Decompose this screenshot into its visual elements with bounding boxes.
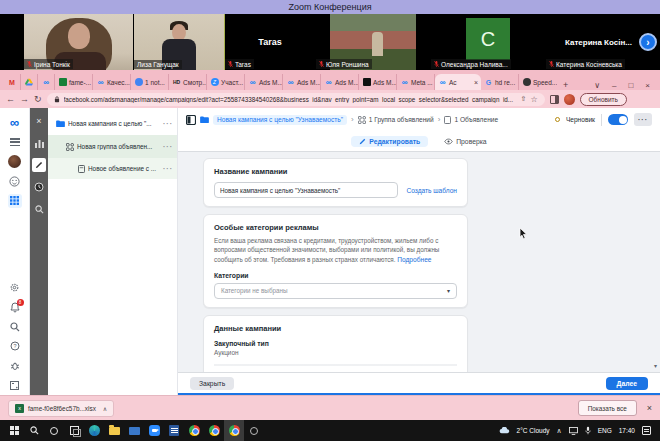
zoom-titlebar[interactable]: Zoom Конференция: [0, 0, 660, 14]
browser-tab-active[interactable]: ∞Ac×: [435, 74, 481, 90]
mic-icon[interactable]: [585, 426, 591, 435]
row-menu-icon[interactable]: ···: [163, 143, 173, 150]
browser-tab[interactable]: Ghd re...: [481, 74, 519, 90]
side-panel-icon[interactable]: [550, 95, 559, 104]
tree-item-campaign[interactable]: Новая кампания с целью "... ···: [48, 112, 177, 135]
file-explorer-icon[interactable]: [104, 420, 124, 441]
learn-more-link[interactable]: Подробнее: [397, 256, 431, 263]
zoom-search-icon[interactable]: [32, 202, 46, 216]
start-icon[interactable]: [4, 420, 24, 441]
new-tab-button[interactable]: +: [557, 80, 574, 90]
clock[interactable]: 17:40: [619, 427, 635, 434]
settings-gear-icon[interactable]: [4, 278, 26, 297]
participant-tile[interactable]: Taras Taras: [225, 14, 316, 70]
participant-tile[interactable]: Лиза Ганущак: [134, 14, 225, 70]
bookmark-star-icon[interactable]: ☆: [530, 95, 537, 104]
browser-tab[interactable]: 1 not...: [131, 74, 169, 90]
browser-tab-pinned[interactable]: ∞: [38, 74, 55, 90]
reload-icon[interactable]: ↻: [34, 94, 42, 104]
breadcrumb-campaign[interactable]: Новая кампания с целью "Узнаваемость": [213, 115, 347, 125]
row-menu-icon[interactable]: ···: [163, 120, 173, 127]
refresh-extension-button[interactable]: Обновить: [580, 93, 627, 106]
language-indicator[interactable]: ENG: [598, 427, 612, 434]
zoom-app-icon[interactable]: [144, 420, 164, 441]
blue-folder-icon[interactable]: [124, 420, 144, 441]
participant-tile[interactable]: Ірина Тонкік: [24, 14, 134, 70]
tree-item-adset[interactable]: Новая группа объявлен... ···: [48, 135, 177, 158]
browser-tab-pinned[interactable]: [21, 74, 38, 90]
browser-tab[interactable]: fame-...: [55, 74, 93, 90]
tray-chevron-icon[interactable]: ∧: [557, 427, 562, 435]
participant-tile[interactable]: C Олександра Налива...: [431, 14, 546, 70]
word-icon[interactable]: [164, 420, 184, 441]
charts-icon[interactable]: [32, 136, 46, 150]
forward-icon[interactable]: →: [20, 94, 29, 104]
gallery-next-button[interactable]: ›: [639, 33, 657, 51]
widgets-panel-icon[interactable]: [4, 376, 26, 395]
tab-review[interactable]: Проверка: [444, 138, 486, 145]
more-menu-button[interactable]: ···: [634, 113, 652, 126]
participant-tile[interactable]: Катерина Косін... Катерина Косіневська: [546, 14, 652, 70]
participant-tile[interactable]: Юля Роншина: [316, 14, 431, 70]
browser-tab[interactable]: ZУчаст...: [207, 74, 245, 90]
notification-center-icon[interactable]: [642, 426, 651, 435]
tab-search-icon[interactable]: ∨: [594, 81, 600, 90]
account-avatar[interactable]: [4, 152, 26, 171]
tab-edit[interactable]: Редактировать: [351, 136, 428, 147]
row-menu-icon[interactable]: ···: [163, 165, 173, 172]
chevron-up-icon[interactable]: ∧: [103, 405, 107, 412]
breadcrumb-ad[interactable]: 1 Объявление: [444, 116, 498, 124]
close-editor-icon[interactable]: ×: [32, 114, 46, 128]
notifications-bell-icon[interactable]: 8: [4, 298, 26, 317]
browser-tab[interactable]: Speed...: [519, 74, 557, 90]
profile-avatar[interactable]: [564, 94, 575, 105]
downloaded-file-chip[interactable]: x fame-f0e8f6ec57b...xlsx ∧: [8, 400, 114, 417]
chrome-icon[interactable]: [184, 420, 204, 441]
browser-tab[interactable]: ∞Ads M...: [321, 74, 359, 90]
browser-tab[interactable]: ∞Ads M...: [283, 74, 321, 90]
tree-item-ad[interactable]: Новое объявление с ... ···: [48, 158, 177, 179]
taskbar-search-icon[interactable]: [24, 420, 44, 441]
collapse-panel-icon[interactable]: [186, 115, 196, 125]
chrome-icon[interactable]: [204, 420, 224, 441]
next-button[interactable]: Далее: [606, 377, 648, 390]
close-button[interactable]: ×: [645, 81, 650, 90]
share-icon[interactable]: ⇧: [521, 95, 527, 103]
cortana-icon[interactable]: [44, 420, 64, 441]
url-input[interactable]: facebook.com/adsmanager/manage/campaigns…: [47, 93, 545, 106]
categories-select[interactable]: Категории не выбраны ▾: [214, 283, 457, 299]
back-icon[interactable]: ←: [6, 94, 15, 104]
edge-icon[interactable]: [84, 420, 104, 441]
browser-tab[interactable]: ∞Качес...: [93, 74, 131, 90]
meta-logo-icon[interactable]: ∞: [4, 113, 26, 132]
smiley-icon[interactable]: [4, 171, 26, 190]
minimize-button[interactable]: –: [612, 81, 616, 90]
campaign-name-input[interactable]: [214, 182, 398, 198]
ads-manager-grid-icon[interactable]: [4, 191, 26, 210]
help-icon[interactable]: ?: [4, 337, 26, 356]
task-view-icon[interactable]: [64, 420, 84, 441]
report-bug-icon[interactable]: [4, 356, 26, 375]
browser-tab[interactable]: Ads M...: [359, 74, 397, 90]
scrollbar-down-icon[interactable]: ▾: [654, 362, 657, 369]
show-all-downloads-button[interactable]: Показать все: [578, 400, 637, 416]
chrome-icon-active[interactable]: [224, 420, 244, 441]
display-icon[interactable]: [569, 427, 578, 435]
browser-tab[interactable]: ∞Meta ...: [397, 74, 435, 90]
create-template-link[interactable]: Создать шаблон: [406, 187, 457, 194]
maximize-button[interactable]: □: [628, 81, 633, 90]
browser-tab[interactable]: ∞Ads M...: [245, 74, 283, 90]
weather-text[interactable]: 2°C Cloudy: [517, 427, 550, 434]
browser-tab-pinned[interactable]: M: [4, 74, 21, 90]
close-button[interactable]: Закрыть: [190, 377, 234, 390]
tab-close-icon[interactable]: ×: [474, 79, 478, 86]
browser-tab[interactable]: HDСмотр...: [169, 74, 207, 90]
edit-pencil-icon[interactable]: [32, 158, 46, 172]
search-icon[interactable]: [4, 317, 26, 336]
breadcrumb-adset[interactable]: 1 Группа объявлений: [358, 116, 434, 124]
main-menu-icon[interactable]: [4, 132, 26, 151]
settings-app-icon[interactable]: [244, 420, 264, 441]
campaign-active-toggle[interactable]: [608, 114, 628, 125]
close-download-bar-icon[interactable]: ×: [647, 403, 652, 413]
history-clock-icon[interactable]: [32, 180, 46, 194]
